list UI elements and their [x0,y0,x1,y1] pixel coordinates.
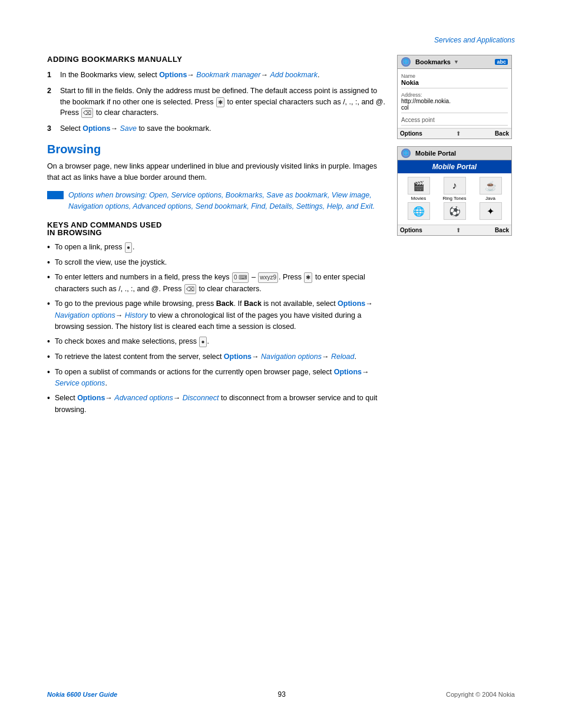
signal-icon: ▼ [454,59,459,65]
blue-note: Options when browsing: Open, Service opt… [47,190,385,213]
bullet-back: To go to the previous page while browsin… [47,298,385,332]
back-btn[interactable]: Back [495,130,509,137]
bookmarks-screen-header: 🌐 Bookmarks ▼ abc [398,55,511,69]
step-1: 1 In the Bookmarks view, select Options→… [47,70,385,81]
adding-bookmarks-section: ADDING BOOKMARKS MANUALLY 1 In the Bookm… [47,55,385,134]
portal-screen: 🌐 Mobile Portal Mobile Portal 🎬 Movies ♪… [397,146,512,236]
portal-icons-grid: 🎬 Movies ♪ Ring Tones ☕ Java 🌐 [398,173,511,225]
address-value2: col [401,104,508,111]
portal-title-bar: Mobile Portal [398,160,511,173]
select-key: ● [125,242,132,253]
bullet-disconnect: Select Options→ Advanced options→ Discon… [47,393,385,416]
key-9: wxyz9 [258,272,278,283]
movies-icon-box: 🎬 [408,177,430,195]
ringtones-icon-box: ♪ [444,177,466,195]
portal-options-btn[interactable]: Options [400,227,422,233]
special-char-key: ✱ [216,97,224,107]
bookmarks-screen-footer: Options ⬆ Back [398,128,511,139]
soccer-icon-box: ⚽ [444,202,466,220]
bookmarks-screen: 🌐 Bookmarks ▼ abc Name Nokia Address: ht… [397,55,512,139]
portal-back-btn[interactable]: Back [495,227,509,233]
bullet-reload: To retrieve the latest content from the … [47,351,385,363]
access-point-field: Access point [401,115,508,126]
select-key2: ● [199,337,206,347]
address-value: http://mobile.nokia. [401,98,508,104]
special-char-key2: ✱ [304,272,312,283]
name-field: Name Nokia [401,71,508,88]
footer-right: Copyright © 2004 Nokia [446,691,515,698]
browsing-title: Browsing [47,143,385,156]
options-link-1: Options [159,71,187,79]
star-icon-box: ✦ [480,202,502,220]
globe2-icon-box: 🌐 [408,202,430,220]
options-btn[interactable]: Options [400,130,422,137]
portal-icon-movies: 🎬 Movies [401,177,436,201]
right-column: 🌐 Bookmarks ▼ abc Name Nokia Address: ht… [397,55,515,421]
browsing-section: Browsing On a browser page, new links ap… [47,143,385,416]
portal-screen-header: 🌐 Mobile Portal [398,147,511,160]
step-3: 3 Select Options→ Save to save the bookm… [47,123,385,134]
page-footer: Nokia 6600 User Guide 93 Copyright © 200… [47,690,515,699]
portal-icon-globe: 🌐 [401,202,436,221]
address-field: Address: http://mobile.nokia. col [401,90,508,113]
bullet-service-options: To open a sublist of commands or actions… [47,367,385,390]
portal-icon-ringtones: ♪ Ring Tones [437,177,472,201]
address-label: Address: [401,92,508,98]
keys-title-line2: IN BROWSING [47,228,385,237]
left-column: ADDING BOOKMARKS MANUALLY 1 In the Bookm… [47,55,385,421]
portal-globe-icon: 🌐 [401,149,411,158]
arrows-icon: ⬆ [456,130,461,137]
adding-bookmarks-title: ADDING BOOKMARKS MANUALLY [47,55,385,64]
bookmarks-screen-title: Bookmarks [415,58,451,65]
section-label: Services and Applications [434,36,515,44]
name-label: Name [401,73,508,79]
options-note-text: Options when browsing: Open, Service opt… [68,190,385,213]
page-header: Services and Applications [47,35,515,44]
clear-key: ⌫ [81,108,93,118]
portal-icon-java: ☕ Java [473,177,508,201]
name-value: Nokia [401,79,508,86]
bookmarks-screen-body: Name Nokia Address: http://mobile.nokia.… [398,69,511,128]
bullet-check-boxes: To check boxes and make selections, pres… [47,336,385,348]
clear-key2: ⌫ [184,284,196,295]
portal-screen-title: Mobile Portal [415,150,456,157]
portal-icon-soccer: ⚽ [437,202,472,221]
content-area: ADDING BOOKMARKS MANUALLY 1 In the Bookm… [47,55,515,421]
page: Services and Applications ADDING BOOKMAR… [0,0,562,728]
blue-bar-decoration [47,191,64,199]
browsing-intro: On a browser page, new links appear unde… [47,161,385,184]
abc-badge: abc [495,59,508,65]
bullet-enter-letters: To enter letters and numbers in a field,… [47,272,385,295]
step-2: 2 Start to fill in the fields. Only the … [47,85,385,118]
footer-left: Nokia 6600 User Guide [47,691,117,698]
portal-arrows-icon: ⬆ [456,227,461,233]
java-icon-box: ☕ [480,177,502,195]
steps-list: 1 In the Bookmarks view, select Options→… [47,70,385,134]
bullet-open-link: To open a link, press ●. [47,242,385,253]
commands-list: To open a link, press ●. To scroll the v… [47,242,385,416]
footer-page-number: 93 [277,690,285,699]
portal-icon-star: ✦ [473,202,508,221]
key-0: 0 ⌨ [232,272,249,283]
globe-icon: 🌐 [401,57,411,67]
movies-label: Movies [411,196,426,201]
keys-commands-section: KEYS AND COMMANDS USED IN BROWSING To op… [47,220,385,416]
ringtones-label: Ring Tones [443,196,467,201]
bullet-scroll: To scroll the view, use the joystick. [47,257,385,269]
portal-screen-footer: Options ⬆ Back [398,225,511,235]
java-label: Java [485,196,495,201]
